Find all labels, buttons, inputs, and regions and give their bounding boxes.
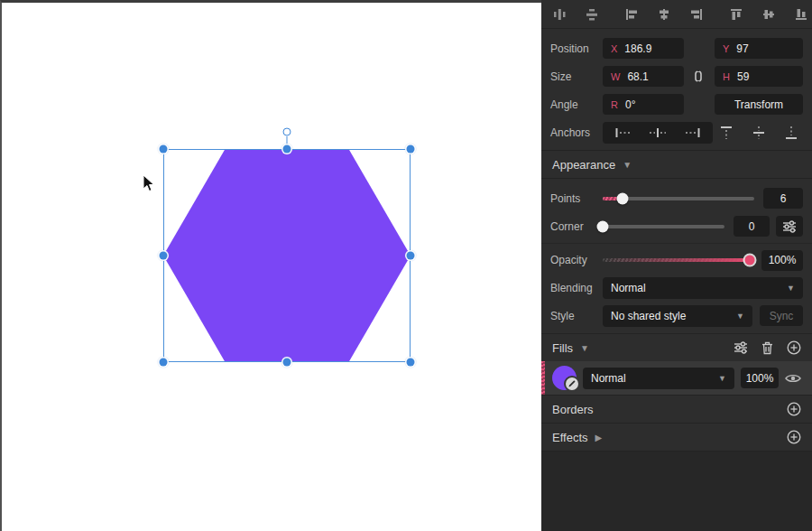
position-y-field[interactable]: Y 97 — [715, 38, 803, 59]
corner-value-field[interactable]: 0 — [734, 216, 770, 237]
fill-blend-dropdown[interactable]: Normal ▼ — [583, 368, 734, 389]
angle-field[interactable]: R 0° — [603, 94, 684, 115]
adjust-sliders-icon — [782, 220, 797, 233]
anchor-middle-icon[interactable] — [752, 126, 765, 140]
selection-handle-middle-left[interactable] — [160, 252, 168, 260]
style-row: Style No shared style ▼ Sync — [541, 302, 812, 330]
fills-header[interactable]: Fills ▼ — [541, 333, 812, 361]
fill-item-row[interactable]: Normal ▼ 100% — [541, 361, 812, 395]
blending-label: Blending — [550, 282, 603, 294]
style-label: Style — [550, 310, 603, 322]
mouse-cursor — [143, 174, 156, 193]
fill-color-well[interactable] — [552, 365, 583, 392]
opacity-row: Opacity 100% — [541, 243, 812, 274]
alignment-toolbar — [541, 0, 812, 29]
y-key: Y — [723, 43, 729, 54]
size-width-field[interactable]: W 68.1 — [603, 66, 684, 87]
horizontal-anchor-group — [603, 122, 713, 144]
chevron-down-icon: ▼ — [787, 284, 795, 293]
position-x-value: 186.9 — [624, 42, 651, 55]
anchor-bottom-icon[interactable] — [785, 126, 798, 140]
position-label: Position — [550, 42, 603, 55]
points-value-field[interactable]: 6 — [763, 188, 803, 209]
size-height-field[interactable]: H 59 — [715, 66, 803, 87]
style-dropdown[interactable]: No shared style ▼ — [603, 305, 752, 327]
angle-row: Angle R 0° Transform — [541, 90, 812, 118]
panel-empty-area — [541, 451, 812, 531]
chevron-down-icon: ▼ — [623, 160, 632, 170]
effects-header[interactable]: Effects ▶ — [541, 423, 812, 451]
appearance-header[interactable]: Appearance ▼ — [541, 150, 812, 178]
align-center-horizontally-icon[interactable] — [655, 5, 673, 23]
appearance-title: Appearance — [552, 158, 615, 172]
position-y-value: 97 — [736, 42, 748, 55]
fill-opacity-field[interactable]: 100% — [741, 368, 779, 388]
chevron-down-icon: ▼ — [580, 343, 589, 353]
inspector-panel: Position X 186.9 Y 97 Size W 68.1 — [541, 0, 812, 531]
fills-title: Fills — [552, 341, 573, 355]
align-middle-vertically-icon[interactable] — [760, 5, 778, 23]
anchor-right-icon[interactable] — [683, 127, 701, 138]
trash-icon[interactable] — [761, 341, 773, 355]
blending-value: Normal — [611, 282, 646, 294]
opacity-slider[interactable] — [603, 258, 752, 262]
add-fill-icon[interactable] — [787, 340, 801, 355]
corner-label: Corner — [550, 220, 603, 233]
h-key: H — [723, 71, 730, 82]
points-label: Points — [550, 192, 603, 205]
shape-hexagon[interactable] — [163, 149, 411, 362]
distribute-vertically-icon[interactable] — [583, 5, 601, 23]
size-height-value: 59 — [737, 70, 749, 83]
points-slider[interactable] — [603, 197, 754, 200]
corner-options-button[interactable] — [776, 216, 803, 237]
selection-handle-bottom-left[interactable] — [160, 359, 168, 367]
angle-value: 0° — [625, 98, 635, 111]
corner-slider-handle[interactable] — [597, 220, 609, 232]
selection-handle-bottom-right[interactable] — [407, 359, 415, 367]
anchor-left-icon[interactable] — [614, 127, 632, 138]
selection-handle-bottom-center[interactable] — [283, 359, 291, 367]
selection-handle-top-center[interactable] — [283, 145, 291, 154]
align-right-icon[interactable] — [687, 5, 706, 23]
constrain-proportions-icon[interactable] — [693, 69, 704, 84]
anchors-row: Anchors — [541, 118, 812, 146]
opacity-slider-handle[interactable] — [744, 256, 754, 266]
geometry-section: Position X 186.9 Y 97 Size W 68.1 — [541, 29, 812, 150]
rotation-handle[interactable] — [283, 128, 291, 136]
size-label: Size — [550, 70, 603, 83]
vertical-anchor-group — [715, 122, 803, 144]
anchor-top-icon[interactable] — [720, 126, 733, 140]
selection-handle-top-left[interactable] — [160, 145, 168, 154]
add-effect-icon[interactable] — [787, 430, 801, 444]
fill-visibility-eye-icon[interactable] — [785, 373, 801, 384]
chevron-right-icon: ▶ — [595, 433, 603, 442]
x-key: X — [611, 43, 617, 54]
transform-button[interactable]: Transform — [715, 94, 803, 115]
add-border-icon[interactable] — [787, 402, 801, 416]
blending-row: Blending Normal ▼ — [541, 274, 812, 302]
anchor-center-icon[interactable] — [649, 127, 667, 138]
r-key: R — [611, 99, 618, 110]
position-x-field[interactable]: X 186.9 — [603, 38, 684, 59]
borders-title: Borders — [552, 403, 594, 416]
fill-options-icon[interactable] — [734, 341, 748, 354]
position-row: Position X 186.9 Y 97 — [541, 34, 812, 62]
corner-slider[interactable] — [603, 225, 724, 228]
opacity-value-field[interactable]: 100% — [761, 250, 803, 271]
edit-color-button[interactable] — [564, 376, 580, 392]
selection-handle-top-right[interactable] — [407, 145, 415, 154]
borders-header[interactable]: Borders — [541, 395, 812, 423]
selection-handle-middle-right[interactable] — [407, 252, 415, 260]
sync-button[interactable]: Sync — [760, 305, 803, 326]
corner-row: Corner 0 — [541, 212, 812, 240]
distribute-horizontally-icon[interactable] — [550, 5, 568, 23]
blending-dropdown[interactable]: Normal ▼ — [603, 277, 803, 299]
canvas[interactable] — [0, 0, 541, 531]
chevron-down-icon: ▼ — [736, 312, 744, 321]
align-bottom-icon[interactable] — [792, 5, 810, 23]
angle-label: Angle — [550, 98, 603, 111]
align-left-icon[interactable] — [623, 5, 641, 23]
align-top-icon[interactable] — [727, 5, 745, 23]
points-slider-handle[interactable] — [616, 192, 628, 204]
w-key: W — [611, 71, 620, 82]
